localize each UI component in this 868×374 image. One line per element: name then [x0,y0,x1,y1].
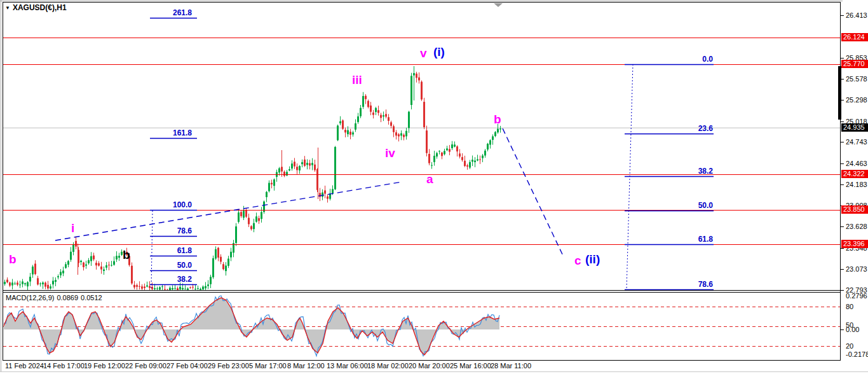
wave-annotation-label: c [574,254,581,267]
horizontal-price-lines[interactable] [3,38,840,245]
fib-level-label: 38.2 [698,167,713,175]
fib-level-label: 38.2 [177,275,192,283]
price-tick-label: 23.628 [846,223,867,231]
wave-annotation-label: iv [385,147,395,159]
red-price-label: 23.396 [841,240,868,248]
wave-annotation-label: (i) [433,46,445,58]
time-axis-label: 18 Mar 02:00 [367,363,409,370]
red-price-label: 24.322 [841,170,868,178]
fib-level-label: 78.6 [177,227,192,235]
red-price-label: 26.124 [841,33,868,41]
price-tick-label: 25.578 [846,75,867,83]
fib-anchor-line[interactable] [151,211,153,289]
wave-annotation-label: i [71,222,74,234]
dropdown-icon[interactable]: ▼ [5,5,10,11]
red-price-label: 25.770 [841,60,868,68]
fib-level-label: 161.8 [173,129,192,137]
fib-level-label: 50.0 [698,202,713,209]
fib-level-label: 50.0 [177,261,192,269]
macd-axis-label: 20 [846,342,853,350]
wave-annotation-label: b [494,113,501,125]
price-tick-label: 24.183 [846,181,867,189]
wave-annotation-label: b [9,253,17,265]
price-tick-label: 26.413 [846,11,867,20]
time-axis-label: 27 Feb 04:00 [166,363,208,370]
fib-level-label: 61.8 [177,247,192,254]
macd-main-value: 0.0869 [57,294,78,301]
macd-axis-label: 0.2796 [846,292,867,300]
symbol-period-label: XAGUSD(€),H1 [13,3,67,12]
time-axis-label: 20 Mar 20:00 [409,363,450,370]
time-axis-label: 5 Mar 17:00 [249,363,287,370]
fib-level-label: 23.6 [698,125,713,132]
trendline[interactable] [55,182,402,240]
time-axis-label: 25 Mar 16:00 [450,363,491,370]
time-axis-label: 29 Feb 23:00 [208,363,249,370]
price-tick-label: 23.073 [846,265,867,274]
fib-level-label: 78.6 [698,280,713,288]
time-axis-label: 19 Feb 12:00 [84,363,125,370]
wave-annotation-label: v [420,47,427,59]
time-axis-label: 28 Mar 11:00 [491,363,531,370]
current-price-label: 24.935 [841,123,868,132]
fib-level-label: 0.0 [702,55,713,63]
time-axis-label: 22 Feb 09:00 [125,363,166,370]
time-axis-label: 13 Mar 06:00 [327,363,368,370]
macd-axis-label: 0.00 [846,326,859,334]
macd-signal-value: 0.0512 [81,294,102,301]
wave-annotation-label: (ii) [585,253,600,265]
macd-name: MACD(12,26,9) [6,294,54,301]
time-axis-label: 11 Feb 2024 [5,363,44,370]
price-tick-label: 24.743 [846,138,867,146]
macd-axis-label: -0.2178 [846,350,868,359]
projection-line[interactable] [503,128,564,257]
time-axis-label: 8 Mar 12:00 [287,363,325,370]
symbol-title: ▼XAGUSD(€),H1 [5,3,67,12]
wave-annotation-label: a [426,173,433,185]
macd-indicator-title: MACD(12,26,9)0.08690.0512 [6,294,105,301]
chart-window: ▼XAGUSD(€),H1 MACD(12,26,9)0.08690.0512 … [0,0,868,374]
fib-anchor-line[interactable] [627,64,633,290]
wave-annotation-label: iii [352,74,362,86]
fib-level-label: 61.8 [698,235,713,243]
chart-shift-icon[interactable] [494,3,503,7]
fib-level-label: 261.8 [173,9,192,17]
macd-axis-label: 80 [846,303,853,311]
fib-level-label: 100.0 [173,201,192,209]
wave-annotation-label: b [123,249,130,261]
time-axis-label: 14 Feb 17:00 [43,363,85,370]
red-price-label: 23.850 [841,205,868,214]
fibonacci-retracement-lines[interactable] [150,18,714,291]
price-tick-label: 24.463 [846,160,867,168]
scale-drag-bar[interactable] [838,66,841,120]
price-tick-label: 25.298 [846,96,867,104]
macd-series [4,296,499,356]
